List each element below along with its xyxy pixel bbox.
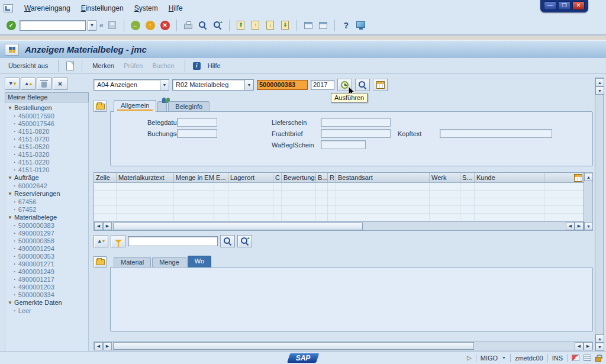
scroll-track[interactable] bbox=[595, 95, 603, 334]
tree-item[interactable]: ·4151-0820 bbox=[5, 127, 88, 135]
scroll-right-icon[interactable]: ▶ bbox=[575, 222, 584, 230]
scroll-down-icon[interactable]: ▼ bbox=[595, 343, 604, 351]
collapse-all-button[interactable]: ▼▾ bbox=[5, 78, 20, 90]
tree-item[interactable]: ·4151-0720 bbox=[5, 135, 88, 143]
scroll-up-icon[interactable]: ▲ bbox=[595, 78, 604, 86]
scroll-left-icon[interactable]: ◀ bbox=[566, 222, 575, 230]
command-field[interactable] bbox=[20, 20, 86, 31]
input-frachtbrief[interactable] bbox=[321, 129, 391, 138]
column-header-materialkurztext[interactable]: Materialkurztext bbox=[117, 173, 174, 182]
item-list-button[interactable] bbox=[373, 79, 388, 91]
tree-item[interactable]: ·67452 bbox=[5, 205, 88, 213]
column-header-menge-in-eme[interactable]: Menge in EME bbox=[174, 173, 214, 182]
next-page-button[interactable]: ↓ bbox=[264, 19, 277, 32]
grid-horizontal-scrollbar[interactable]: ◀ ▶ ◀ ▶ bbox=[94, 221, 584, 230]
column-header-c[interactable]: C bbox=[273, 173, 282, 182]
tree-group-reservierungen[interactable]: ▼Reservierungen bbox=[5, 189, 88, 198]
command-dropdown-button[interactable]: ▼ bbox=[88, 20, 96, 31]
tree-item[interactable]: ·5000000383 bbox=[5, 221, 88, 229]
input-lieferschein[interactable] bbox=[321, 118, 391, 127]
column-header-s-[interactable]: S... bbox=[460, 173, 475, 182]
menu-hilfe[interactable]: Hilfe bbox=[163, 2, 188, 14]
scroll-right-icon[interactable]: ▶ bbox=[103, 222, 112, 230]
exit-button[interactable]: ↑ bbox=[144, 19, 157, 32]
transaction-icon[interactable] bbox=[5, 44, 19, 56]
item-find-next-button[interactable]: + bbox=[237, 235, 252, 247]
workarea-vertical-scrollbar[interactable]: ▲ ▼ ▲ ▼ bbox=[595, 78, 604, 352]
tree-item[interactable]: ·5000000358 bbox=[5, 237, 88, 244]
close-button[interactable]: ✕ bbox=[572, 1, 585, 10]
filter-button[interactable] bbox=[111, 235, 125, 247]
item-search-input[interactable] bbox=[128, 236, 218, 246]
tab-allgemein[interactable]: Allgemein bbox=[114, 100, 156, 112]
item-find-button[interactable] bbox=[220, 235, 235, 247]
tree-item[interactable]: ·4900001203 bbox=[5, 283, 88, 291]
scroll-left-icon[interactable]: ◀ bbox=[94, 222, 103, 230]
find-next-button[interactable]: + bbox=[211, 19, 224, 32]
transaction-dropdown-icon[interactable]: ▼ bbox=[502, 356, 506, 360]
menu-wareneingang[interactable]: Wareneingang bbox=[19, 2, 76, 14]
chevron-down-icon[interactable]: ▼ bbox=[160, 80, 169, 90]
document-year-field[interactable]: 2017 bbox=[311, 80, 334, 90]
scroll-thumb[interactable] bbox=[113, 342, 474, 350]
column-header-bestandsart[interactable]: Bestandsart bbox=[336, 173, 430, 182]
column-header-bewertungs-[interactable]: Bewertungs... bbox=[282, 173, 316, 182]
tree-item[interactable]: ·4500017590 bbox=[5, 112, 88, 120]
detail-collapse-button[interactable] bbox=[94, 256, 107, 268]
scroll-down-icon[interactable]: ▼ bbox=[595, 86, 604, 95]
tree-item[interactable]: ·4900001217 bbox=[5, 275, 88, 283]
input-belegdatum[interactable] bbox=[177, 118, 217, 127]
tree-group-gemerkte-daten[interactable]: ▼Gemerkte Daten bbox=[5, 298, 88, 307]
column-header-kunde[interactable]: Kunde bbox=[475, 173, 544, 182]
search-button[interactable] bbox=[355, 79, 370, 91]
tree-group-auftr-ge[interactable]: ▼Aufträge bbox=[5, 173, 88, 182]
scroll-right-icon[interactable]: ▶ bbox=[103, 342, 112, 350]
column-header-r[interactable]: R bbox=[328, 173, 336, 182]
execute-button[interactable]: Ausführen bbox=[337, 79, 352, 91]
help-button[interactable]: ? bbox=[340, 19, 353, 32]
tree-item[interactable]: ·4900001249 bbox=[5, 268, 88, 275]
minimize-button[interactable]: — bbox=[544, 1, 556, 10]
interaction-log-icon[interactable] bbox=[584, 355, 591, 361]
maximize-button[interactable]: ❐ bbox=[558, 1, 570, 10]
column-header-e-[interactable]: E... bbox=[214, 173, 228, 182]
shortcut-button[interactable] bbox=[317, 19, 330, 32]
column-header-lagerort[interactable]: Lagerort bbox=[228, 173, 273, 182]
tab-menge[interactable]: Menge bbox=[152, 257, 186, 268]
new-document-icon[interactable] bbox=[66, 62, 74, 70]
response-time-icon[interactable] bbox=[572, 355, 579, 361]
new-session-button[interactable] bbox=[302, 19, 315, 32]
tree-expanded-icon[interactable]: ▼ bbox=[8, 300, 12, 305]
input-wabeglschein[interactable] bbox=[321, 140, 366, 149]
column-header-b-[interactable]: B... bbox=[316, 173, 328, 182]
column-header-werk[interactable]: Werk bbox=[430, 173, 460, 182]
input-buchungsdatum[interactable] bbox=[177, 129, 217, 138]
table-row[interactable] bbox=[94, 198, 584, 206]
scroll-down-icon[interactable]: ▼ bbox=[584, 222, 593, 230]
scroll-left-icon[interactable]: ◀ bbox=[94, 342, 103, 350]
tab-wo[interactable]: Wo bbox=[188, 256, 211, 268]
tree-item[interactable]: ·5000000334 bbox=[5, 291, 88, 298]
sort-button[interactable]: ▲▾ bbox=[94, 235, 108, 247]
transaction-code[interactable]: MIGO bbox=[481, 355, 498, 362]
tree-item[interactable]: ·4900001297 bbox=[5, 229, 88, 237]
tree-expanded-icon[interactable]: ▼ bbox=[8, 191, 12, 197]
print-button[interactable] bbox=[182, 19, 195, 32]
workarea-horizontal-scrollbar[interactable]: ◀ ▶ ◀ ▶ bbox=[94, 342, 593, 350]
grid-vertical-scrollbar[interactable]: ▲ ▼ bbox=[584, 172, 593, 231]
window-system-icon[interactable] bbox=[4, 4, 13, 12]
input-kopftext[interactable] bbox=[440, 129, 552, 138]
tree-item[interactable]: ·4900001271 bbox=[5, 260, 88, 268]
tab-material[interactable]: Material bbox=[114, 257, 151, 268]
action-combobox[interactable]: A04 Anzeigen ▼ bbox=[94, 79, 169, 91]
close-overview-button[interactable]: × bbox=[53, 78, 67, 90]
expand-all-button[interactable]: ▲▴ bbox=[21, 78, 36, 90]
table-row[interactable] bbox=[94, 214, 584, 221]
tree-item[interactable]: ·4151-0520 bbox=[5, 143, 88, 150]
tree-item[interactable]: ·5000000353 bbox=[5, 252, 88, 260]
cancel-button[interactable]: ✕ bbox=[159, 19, 172, 32]
tree-item[interactable]: ·67456 bbox=[5, 198, 88, 205]
chevron-down-icon[interactable]: ▼ bbox=[244, 80, 253, 90]
tree-expanded-icon[interactable]: ▼ bbox=[8, 175, 12, 181]
material-document-field[interactable]: 5000000383 bbox=[257, 80, 308, 90]
